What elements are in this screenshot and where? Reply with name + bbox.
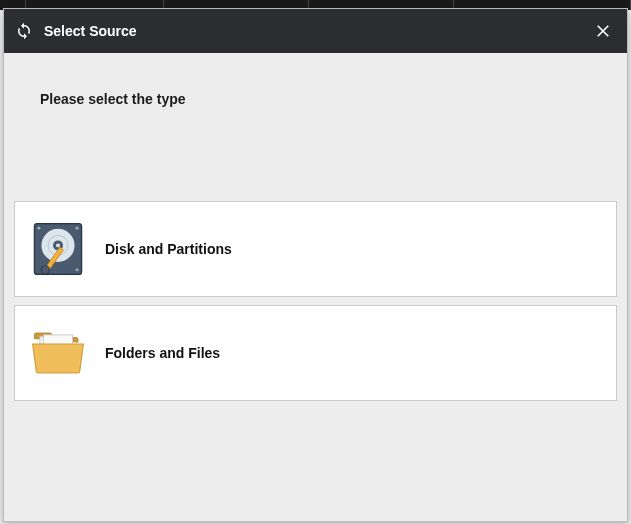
option-disk-and-partitions[interactable]: Disk and Partitions bbox=[14, 201, 617, 297]
close-button[interactable] bbox=[589, 17, 617, 45]
svg-point-7 bbox=[76, 227, 79, 230]
option-label: Disk and Partitions bbox=[105, 241, 232, 257]
option-label: Folders and Files bbox=[105, 345, 220, 361]
dialog-title: Select Source bbox=[44, 23, 589, 39]
select-source-dialog: Select Source Please select the type bbox=[3, 8, 628, 522]
svg-point-5 bbox=[41, 266, 49, 274]
dialog-body: Please select the type bbox=[4, 53, 627, 521]
folder-icon bbox=[29, 324, 87, 382]
svg-point-6 bbox=[38, 227, 41, 230]
instruction-text: Please select the type bbox=[40, 91, 186, 107]
dialog-header: Select Source bbox=[4, 9, 627, 53]
close-icon bbox=[594, 22, 612, 40]
options-container: Disk and Partitions Folders and Files bbox=[14, 201, 617, 409]
svg-point-8 bbox=[76, 268, 79, 271]
sync-icon bbox=[14, 21, 34, 41]
hard-disk-icon bbox=[29, 220, 87, 278]
option-folders-and-files[interactable]: Folders and Files bbox=[14, 305, 617, 401]
svg-point-4 bbox=[56, 243, 60, 247]
